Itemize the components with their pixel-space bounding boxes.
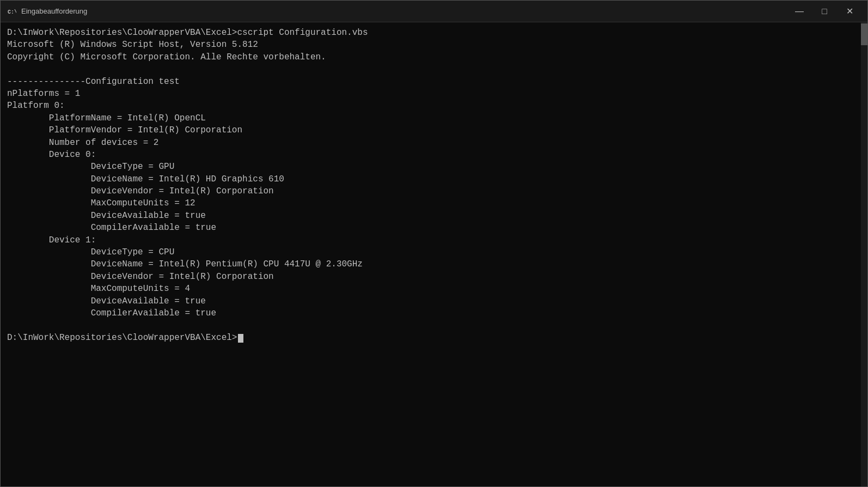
scrollbar-thumb[interactable]: [861, 23, 867, 45]
close-button[interactable]: ✕: [837, 1, 862, 22]
scrollbar[interactable]: [861, 22, 867, 486]
cmd-icon: C:\: [6, 6, 17, 17]
terminal-output: D:\InWork\Repositories\ClooWrapperVBA\Ex…: [7, 27, 861, 344]
terminal-cursor: [238, 334, 243, 343]
window-title: Eingabeaufforderung: [21, 7, 787, 15]
title-bar: C:\ Eingabeaufforderung — □ ✕: [1, 1, 867, 22]
maximize-button[interactable]: □: [812, 1, 837, 22]
cmd-window: C:\ Eingabeaufforderung — □ ✕ D:\InWork\…: [0, 0, 868, 487]
window-controls: — □ ✕: [787, 1, 862, 22]
minimize-button[interactable]: —: [787, 1, 812, 22]
terminal-body[interactable]: D:\InWork\Repositories\ClooWrapperVBA\Ex…: [1, 22, 867, 486]
svg-text:C:\: C:\: [8, 9, 16, 15]
